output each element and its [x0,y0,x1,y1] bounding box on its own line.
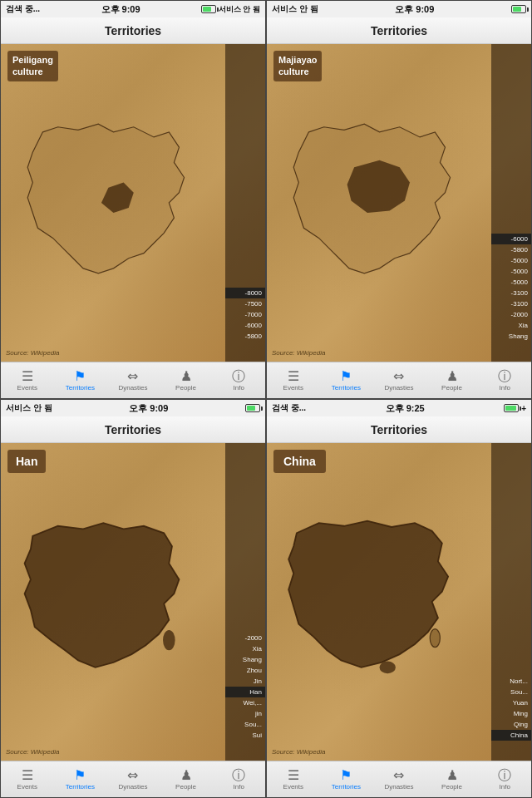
events-icon-br: ☰ [288,769,299,782]
status-carrier-tr: 서비스 안 됨 [272,3,318,15]
tab-bar-bl: ☰ Events ⚑ Territories ⇔ Dynasties ♟ Peo… [1,761,265,797]
timeline-item-bl-6[interactable]: Wei,... [225,697,265,708]
timeline-item-br-3[interactable]: Ming [491,708,531,719]
tab-people-bl[interactable]: ♟ People [160,761,213,797]
timeline-item-tr-9[interactable]: Shang [491,331,531,342]
events-label-tl: Events [17,384,37,392]
timeline-item-bl-3[interactable]: Zhou [225,665,265,676]
tab-events-tr[interactable]: ☰ Events [267,362,320,398]
tab-territories-tr[interactable]: ⚑ Territories [320,362,373,398]
timeline-item-tr-0[interactable]: -6000 [491,234,531,244]
timeline-item-br-4[interactable]: Qing [491,719,531,730]
timeline-item-tl-2[interactable]: -7000 [225,309,265,320]
battery-fill-tl [203,7,211,12]
people-icon-tl: ♟ [180,370,192,383]
tab-territories-bl[interactable]: ⚑ Territories [54,761,107,797]
tab-dynasties-br[interactable]: ⇔ Dynasties [372,761,426,797]
nav-bar-tl: Territories [1,17,265,44]
tab-territories-br[interactable]: ⚑ Territories [320,761,373,797]
timeline-item-tr-5[interactable]: -3100 [491,288,531,298]
timeline-item-tl-3[interactable]: -6000 [225,320,265,331]
nav-bar-br: Territories [267,416,531,443]
tab-events-br[interactable]: ☰ Events [267,761,320,797]
dynasties-icon-tl: ⇔ [127,370,138,383]
status-bar-tr: 서비스 안 됨 오후 9:09 [267,1,531,17]
nav-title-bl: Territories [105,423,161,436]
tab-territories-tl[interactable]: ⚑ Territories [54,362,107,398]
tab-people-br[interactable]: ♟ People [426,761,479,797]
timeline-tr: -6000 -5800 -5000 -5000 -5000 -3100 -310… [491,44,531,362]
tab-dynasties-tr[interactable]: ⇔ Dynasties [372,362,426,398]
dynasties-label-tr: Dynasties [384,384,413,392]
timeline-item-bl-8[interactable]: Sou... [225,719,265,730]
tab-info-tl[interactable]: ⓘ Info [212,362,265,398]
tab-people-tl[interactable]: ♟ People [160,362,213,398]
timeline-item-bl-9[interactable]: Sui [225,730,265,741]
status-bar-br: 검색 중... 오후 9:25 + [267,400,531,416]
china-map-br [278,459,480,745]
info-icon-tl: ⓘ [232,370,245,383]
china-map-tl [12,60,214,346]
han-highlight-bl [24,523,179,667]
timeline-item-tl-1[interactable]: -7500 [225,298,265,309]
territories-label-br: Territories [332,783,361,791]
timeline-item-tr-2[interactable]: -5000 [491,255,531,266]
map-area-tl[interactable]: Peiligangculture -8000 -7500 -7000 -6000… [1,44,265,362]
source-label-br: Source: Wikipedia [272,748,325,756]
people-icon-br: ♟ [446,769,458,782]
tab-dynasties-tl[interactable]: ⇔ Dynasties [106,362,160,398]
tab-events-bl[interactable]: ☰ Events [1,761,54,797]
tab-info-bl[interactable]: ⓘ Info [212,761,265,797]
map-area-bl[interactable]: Han -2000 Xia Shang Zhou Jin Han Wei,...… [1,443,265,761]
timeline-item-br-2[interactable]: Yuan [491,697,531,708]
tab-people-tr[interactable]: ♟ People [426,362,479,398]
territories-icon-bl: ⚑ [74,769,86,782]
nav-title-br: Territories [371,423,427,436]
timeline-item-bl-5[interactable]: Han [225,687,265,697]
source-label-tl: Source: Wikipedia [6,349,59,357]
events-icon-tl: ☰ [22,370,33,383]
territories-label-bl: Territories [66,783,95,791]
tab-events-tl[interactable]: ☰ Events [1,362,54,398]
info-label-bl: Info [234,783,244,791]
map-area-br[interactable]: China Nort... Sou... Yuan Ming Qing [267,443,531,761]
timeline-item-tr-8[interactable]: Xia [491,320,531,331]
timeline-item-tr-3[interactable]: -5000 [491,266,531,277]
china-map-tr [278,60,480,346]
dynasties-label-br: Dynasties [384,783,413,791]
timeline-item-bl-1[interactable]: Xia [225,643,265,654]
territories-icon-br: ⚑ [340,769,352,782]
info-icon-bl: ⓘ [232,769,245,782]
timeline-item-tl-4[interactable]: -5800 [225,331,265,342]
status-time-br: 오후 9:25 [386,402,425,415]
timeline-item-tr-4[interactable]: -5000 [491,277,531,288]
timeline-item-tr-7[interactable]: -2000 [491,309,531,320]
tab-dynasties-bl[interactable]: ⇔ Dynasties [106,761,160,797]
timeline-item-bl-0[interactable]: -2000 [225,633,265,643]
battery-icon-tr [511,5,526,13]
events-label-tr: Events [283,384,303,392]
status-left-br: 검색 중... [272,402,306,414]
timeline-item-tr-1[interactable]: -5800 [491,244,531,255]
timeline-item-tr-6[interactable]: -3100 [491,298,531,309]
screen-bottom-left: 서비스 안 됨 오후 9:09 Territories Han [0,399,266,798]
tab-info-br[interactable]: ⓘ Info [478,761,531,797]
info-label-tl: Info [234,384,244,392]
map-svg-container-bl [1,443,225,761]
timeline-item-bl-4[interactable]: Jin [225,676,265,687]
timeline-item-tl-0[interactable]: -8000 [225,288,265,298]
timeline-item-bl-2[interactable]: Shang [225,654,265,665]
nav-bar-bl: Territories [1,416,265,443]
nav-title-tr: Territories [371,24,427,37]
app-grid: 검색 중... 오후 9:09 서비스 안 됨 Territories Peil… [0,0,532,798]
people-label-br: People [441,783,462,791]
timeline-item-br-0[interactable]: Nort... [491,676,531,687]
timeline-item-br-5[interactable]: China [491,730,531,741]
timeline-item-bl-7[interactable]: jin [225,708,265,719]
dynasties-icon-br: ⇔ [393,769,404,782]
territories-label-tr: Territories [332,384,361,392]
map-area-tr[interactable]: Majiayaoculture -6000 -5800 -5000 -5000 … [267,44,531,362]
tab-info-tr[interactable]: ⓘ Info [478,362,531,398]
timeline-item-br-1[interactable]: Sou... [491,687,531,697]
dynasties-icon-bl: ⇔ [127,769,138,782]
